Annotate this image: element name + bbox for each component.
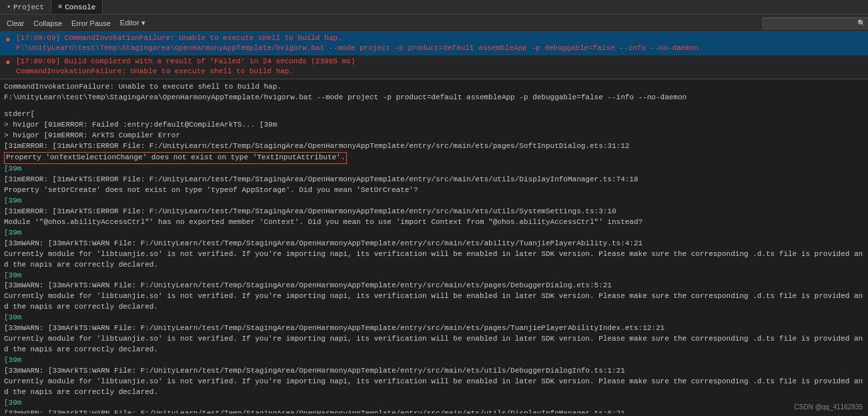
output-line-15: [33mWARN: [33mArkTS:WARN File: F:/UnityL… — [4, 239, 864, 249]
output-line-5: > hvigor [91mERROR: ArkTS Compiler Error — [4, 131, 864, 141]
tab-console-label: Console — [65, 3, 95, 11]
output-line-21: [33mWARN: [33mArkTS:WARN File: F:/UnityL… — [4, 323, 864, 334]
output-line-17: [39m — [4, 271, 864, 281]
output-line-23: [39m — [4, 355, 864, 366]
tab-bar: ▪ Project ≡ Console — [0, 0, 868, 15]
output-line-13: Module '"@ohos.abilityAccessCtrl"' has n… — [4, 217, 864, 228]
search-icon: 🔍 — [857, 19, 865, 27]
collapse-button[interactable]: Collapse — [29, 17, 66, 30]
tab-project-label: Project — [13, 3, 44, 11]
error-item-2[interactable]: ● [17:09:09] Build completed with a resu… — [0, 55, 868, 79]
output-line-2 — [4, 103, 864, 109]
console-icon: ≡ — [58, 3, 62, 11]
watermark: CSDN @qq_41162935 — [795, 403, 863, 411]
error-list: ● [17:09:09] CommandInvokationFailure: U… — [0, 32, 868, 79]
error-item-1-text: [17:09:09] CommandInvokationFailure: Una… — [16, 33, 699, 54]
error-item-2-line1: [17:09:09] Build completed with a result… — [16, 57, 355, 67]
output-line-24: [33mWARN: [33mArkTS:WARN File: F:/UnityL… — [4, 366, 864, 377]
error-item-2-text: [17:09:09] Build completed with a result… — [16, 57, 355, 77]
output-line-1: F:\UnityLearn\test\Temp\StagingArea\Open… — [4, 93, 864, 103]
toolbar: Clear Collapse Error Pause Editor ▾ 🔍 — [0, 15, 868, 32]
output-line-14: [39m — [4, 228, 864, 239]
output-line-20: [39m — [4, 313, 864, 323]
error-item-1[interactable]: ● [17:09:09] CommandInvokationFailure: U… — [0, 32, 868, 55]
output-line-3: stderr[ — [4, 109, 864, 120]
output-line-18: [33mWARN: [33mArkTS:WARN File: F:/UnityL… — [4, 281, 864, 291]
output-line-27: [33mWARN: [33mArkTS:WARN File: F:/UnityL… — [4, 409, 864, 413]
error-item-1-line2: F:\UnityLearn\test\Temp\StagingArea\Open… — [16, 43, 699, 53]
error-icon-1: ● — [3, 34, 13, 45]
clear-button[interactable]: Clear — [3, 17, 28, 30]
tab-project[interactable]: ▪ Project — [0, 0, 51, 14]
output-line-4: > hvigor [91mERROR: Failed :entry:defaul… — [4, 120, 864, 131]
output-line-8: [39m — [4, 164, 864, 175]
output-line-7: Property 'onTextSelectionChange' does no… — [4, 152, 864, 164]
error-pause-button[interactable]: Error Pause — [67, 17, 115, 30]
output-line-10: Property 'setOrCreate' does not exist on… — [4, 185, 864, 196]
error-icon-2: ● — [3, 57, 13, 68]
output-line-25: Currently module for 'libtuanjie.so' is … — [4, 377, 864, 398]
tab-console[interactable]: ≡ Console — [51, 0, 103, 14]
search-input[interactable] — [763, 17, 868, 29]
editor-button[interactable]: Editor ▾ — [116, 17, 149, 30]
output-line-9: [31mERROR: [31mArkTS:ERROR File: F:/Unit… — [4, 175, 864, 185]
output-line-11: [39m — [4, 196, 864, 207]
output-line-22: Currently module for 'libtuanjie.so' is … — [4, 334, 864, 355]
output-area[interactable]: CommandInvokationFailure: Unable to exec… — [0, 79, 868, 413]
output-line-6: [31mERROR: [31mArkTS:ERROR File: F:/Unit… — [4, 141, 864, 152]
project-icon: ▪ — [7, 3, 11, 11]
error-item-2-line2: CommandInvokationFailure: Unable to exec… — [16, 67, 355, 77]
output-line-26: [39m — [4, 398, 864, 409]
toolbar-search: 🔍 — [763, 17, 865, 29]
error-item-1-line1: [17:09:09] CommandInvokationFailure: Una… — [16, 33, 699, 43]
output-line-12: [31mERROR: [31mArkTS:ERROR File: F:/Unit… — [4, 207, 864, 217]
output-line-16: Currently module for 'libtuanjie.so' is … — [4, 249, 864, 271]
output-line-19: Currently module for 'libtuanjie.so' is … — [4, 291, 864, 313]
output-line-0: CommandInvokationFailure: Unable to exec… — [4, 82, 864, 93]
